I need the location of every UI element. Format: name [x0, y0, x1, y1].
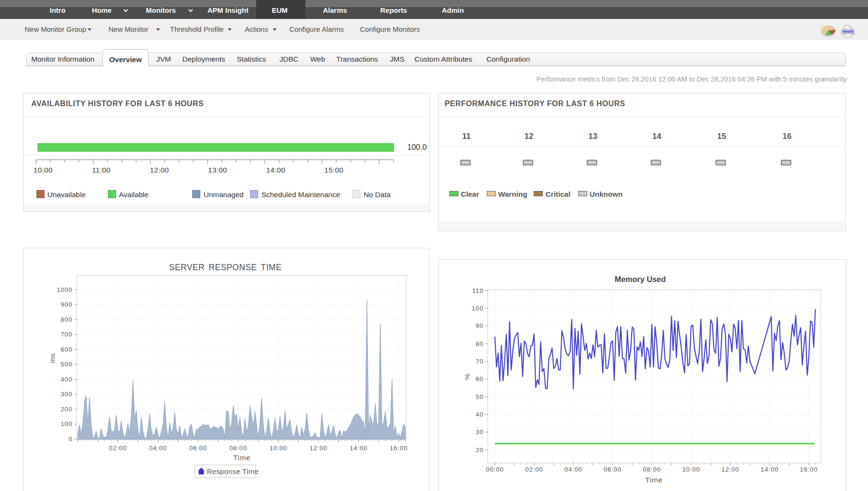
svg-text:04:00: 04:00 — [564, 466, 582, 473]
svg-text:300: 300 — [61, 391, 72, 398]
svg-text:ms: ms — [48, 353, 56, 363]
svg-text:50: 50 — [475, 393, 483, 400]
svg-text:Time: Time — [233, 454, 251, 462]
svg-text:13:00: 13:00 — [208, 166, 227, 174]
svg-text:15:00: 15:00 — [324, 166, 343, 174]
svg-text:16:00: 16:00 — [390, 445, 408, 452]
svg-text:60: 60 — [475, 375, 483, 382]
svg-text:30: 30 — [475, 428, 483, 436]
svg-text:0: 0 — [69, 436, 72, 443]
svg-text:700: 700 — [61, 331, 72, 338]
svg-text:14:00: 14:00 — [349, 445, 367, 452]
svg-text:10:00: 10:00 — [34, 166, 53, 174]
svg-text:08:00: 08:00 — [229, 445, 247, 452]
svg-text:20: 20 — [475, 446, 483, 454]
svg-text:600: 600 — [61, 346, 72, 353]
svg-text:Time: Time — [645, 476, 662, 484]
svg-text:16:00: 16:00 — [800, 466, 818, 473]
svg-text:110: 110 — [472, 287, 483, 294]
svg-text:100: 100 — [472, 305, 483, 312]
svg-text:02:00: 02:00 — [109, 445, 127, 452]
svg-text:200: 200 — [61, 406, 72, 413]
svg-text:06:00: 06:00 — [189, 445, 207, 452]
svg-text:04:00: 04:00 — [149, 445, 167, 452]
svg-text:%: % — [463, 373, 471, 380]
svg-text:11:00: 11:00 — [92, 166, 110, 174]
svg-text:10:00: 10:00 — [269, 445, 287, 452]
svg-text:02:00: 02:00 — [525, 466, 543, 473]
svg-text:14:00: 14:00 — [761, 466, 779, 473]
svg-text:70: 70 — [475, 358, 483, 365]
svg-text:80: 80 — [475, 340, 483, 347]
svg-text:Response Time: Response Time — [207, 467, 259, 475]
svg-text:1000: 1000 — [57, 286, 72, 293]
svg-text:500: 500 — [61, 361, 72, 368]
svg-text:800: 800 — [61, 316, 72, 323]
svg-text:14:00: 14:00 — [266, 166, 285, 174]
svg-text:00:00: 00:00 — [486, 466, 504, 473]
svg-text:10:00: 10:00 — [682, 466, 700, 473]
svg-text:400: 400 — [61, 376, 72, 383]
svg-text:900: 900 — [61, 301, 72, 308]
svg-text:12:00: 12:00 — [150, 166, 169, 174]
svg-text:06:00: 06:00 — [604, 466, 622, 473]
svg-text:90: 90 — [475, 322, 483, 329]
svg-text:100: 100 — [61, 420, 72, 427]
svg-text:08:00: 08:00 — [643, 466, 661, 473]
svg-text:40: 40 — [475, 411, 483, 418]
svg-text:12:00: 12:00 — [310, 445, 328, 452]
svg-text:12:00: 12:00 — [721, 466, 739, 473]
